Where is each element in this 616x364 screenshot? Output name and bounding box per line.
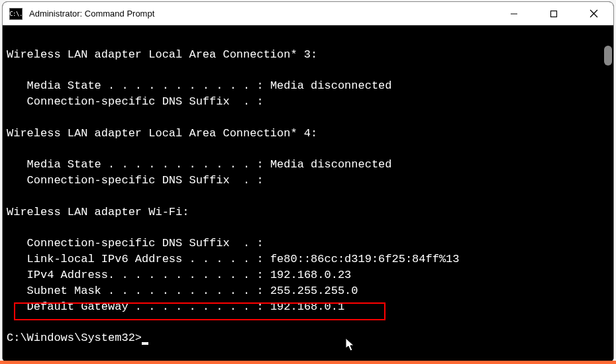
adapter3-subnet: Subnet Mask . . . . . . . . . . . : 255.…: [7, 283, 609, 299]
adapter2-header: Wireless LAN adapter Local Area Connecti…: [7, 126, 609, 142]
blank-line: [7, 110, 609, 126]
bottom-accent-strip: [0, 361, 616, 364]
adapter2-dns-suffix: Connection-specific DNS Suffix . :: [7, 173, 609, 189]
adapter3-ipv6: Link-local IPv6 Address . . . . . : fe80…: [7, 251, 609, 267]
scrollbar-track[interactable]: [603, 26, 613, 362]
maximize-button[interactable]: [534, 2, 574, 25]
minimize-button[interactable]: [494, 2, 534, 25]
command-prompt-window: C:\. Administrator: Command Prompt Wirel…: [2, 1, 614, 363]
gateway-value: 192.168.0.1: [270, 300, 344, 313]
scrollbar-thumb[interactable]: [604, 46, 612, 66]
media-state-label: Media State . . . . . . . . . . . :: [7, 79, 270, 92]
prompt-line: C:\Windows\System32>: [7, 330, 609, 346]
subnet-label: Subnet Mask . . . . . . . . . . . :: [7, 285, 270, 297]
prompt-text: C:\Windows\System32>: [7, 332, 142, 344]
blank-line: [7, 189, 609, 205]
terminal-output[interactable]: Wireless LAN adapter Local Area Connecti…: [3, 26, 613, 362]
maximize-icon: [550, 10, 558, 18]
ipv4-value: 192.168.0.23: [270, 269, 351, 281]
ipv6-label: Link-local IPv6 Address . . . . . :: [7, 253, 270, 265]
svg-rect-1: [551, 11, 557, 17]
media-state-value: Media disconnected: [270, 79, 392, 92]
adapter3-ipv4: IPv4 Address. . . . . . . . . . . : 192.…: [7, 267, 609, 283]
window-controls: [494, 2, 613, 25]
media-state-label: Media State . . . . . . . . . . . :: [7, 158, 270, 171]
adapter2-media-state: Media State . . . . . . . . . . . : Medi…: [7, 157, 609, 173]
adapter1-header: Wireless LAN adapter Local Area Connecti…: [7, 47, 609, 63]
ipv6-value: fe80::86cc:d319:6f25:84ff%13: [270, 253, 460, 265]
gateway-label: Default Gateway . . . . . . . . . :: [7, 300, 270, 313]
close-icon: [590, 9, 598, 18]
close-button[interactable]: [574, 2, 613, 25]
window-title: Administrator: Command Prompt: [29, 9, 494, 19]
blank-line: [7, 142, 609, 158]
blank-line: [7, 220, 609, 236]
subnet-value: 255.255.255.0: [270, 285, 358, 297]
blank-line: [7, 314, 609, 330]
blank-line: [7, 31, 609, 47]
adapter3-header: Wireless LAN adapter Wi-Fi:: [7, 205, 609, 220]
window-titlebar[interactable]: C:\. Administrator: Command Prompt: [3, 2, 613, 26]
app-icon: C:\.: [9, 8, 23, 20]
adapter3-dns-suffix: Connection-specific DNS Suffix . :: [7, 236, 609, 251]
adapter1-media-state: Media State . . . . . . . . . . . : Medi…: [7, 78, 609, 94]
ipv4-label: IPv4 Address. . . . . . . . . . . :: [7, 269, 270, 281]
adapter3-gateway: Default Gateway . . . . . . . . . : 192.…: [7, 299, 609, 315]
blank-line: [7, 63, 609, 79]
cursor-icon: [142, 342, 148, 345]
media-state-value: Media disconnected: [270, 158, 392, 171]
adapter1-dns-suffix: Connection-specific DNS Suffix . :: [7, 94, 609, 110]
minimize-icon: [510, 10, 518, 18]
